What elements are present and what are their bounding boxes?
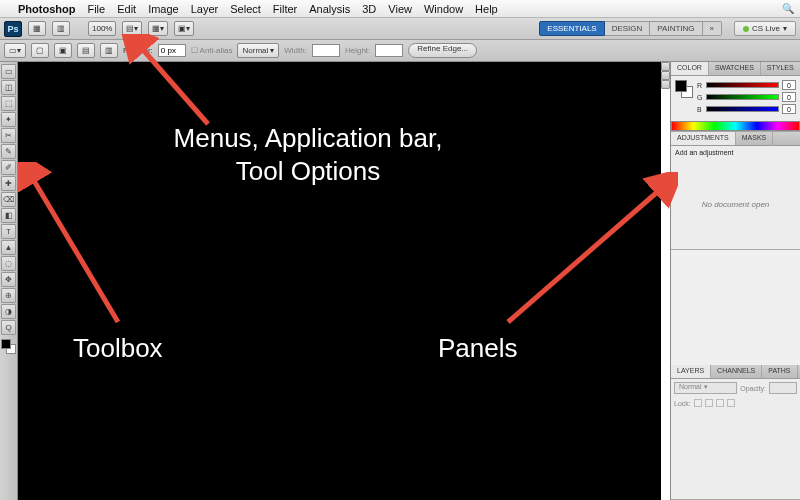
lock-transparent-icon[interactable] — [694, 399, 702, 407]
collapsed-panel-icon[interactable] — [661, 71, 670, 80]
tool-lasso[interactable]: ⬚ — [1, 96, 16, 111]
menu-filter[interactable]: Filter — [273, 3, 297, 15]
menu-edit[interactable]: Edit — [117, 3, 136, 15]
chevron-down-icon: ▾ — [783, 24, 787, 33]
lock-pixels-icon[interactable] — [705, 399, 713, 407]
spotlight-icon[interactable]: 🔍 — [782, 3, 794, 14]
tool-history-brush[interactable]: ◧ — [1, 208, 16, 223]
tool-pen[interactable]: ⊕ — [1, 288, 16, 303]
menu-file[interactable]: File — [87, 3, 105, 15]
menu-analysis[interactable]: Analysis — [309, 3, 350, 15]
workspace-design[interactable]: DESIGN — [605, 21, 651, 36]
tool-blur[interactable]: ◌ — [1, 256, 16, 271]
opacity-input[interactable] — [769, 382, 797, 394]
app-menu[interactable]: Photoshop — [18, 3, 75, 15]
style-dropdown[interactable]: Normal ▾ — [237, 43, 279, 58]
menu-help[interactable]: Help — [475, 3, 498, 15]
ps-logo-icon: Ps — [4, 21, 22, 37]
b-value[interactable]: 0 — [782, 104, 796, 114]
r-slider[interactable] — [706, 82, 779, 88]
r-value[interactable]: 0 — [782, 80, 796, 90]
color-swatches[interactable] — [1, 339, 16, 354]
arrow-icon — [18, 162, 138, 332]
blend-mode-dropdown[interactable]: Normal ▾ — [674, 382, 737, 394]
workspace-switcher: ESSENTIALS DESIGN PAINTING » — [539, 21, 722, 36]
tool-options-bar: ▭▾ ▢ ▣ ▤ ▥ Feather: ☐ Anti-alias Normal … — [0, 40, 800, 62]
arrow-icon — [498, 172, 678, 332]
menu-layer[interactable]: Layer — [191, 3, 219, 15]
tab-masks[interactable]: MASKS — [736, 132, 774, 145]
collapsed-panel-icon[interactable] — [661, 62, 670, 71]
antialias-checkbox[interactable]: ☐ Anti-alias — [191, 46, 233, 55]
panel-color-swatches[interactable] — [675, 80, 693, 98]
tab-paths[interactable]: PATHS — [762, 365, 797, 378]
bridge-button[interactable]: ▦ — [28, 21, 46, 36]
tab-styles[interactable]: STYLES — [761, 62, 800, 75]
adjustments-panel: ADJUSTMENTS MASKS Add an adjustment No d… — [671, 132, 800, 250]
foreground-color-swatch[interactable] — [1, 339, 11, 349]
screen-mode-button[interactable]: ▣▾ — [174, 21, 194, 36]
arrange-button[interactable]: ▦▾ — [148, 21, 168, 36]
toolbox: ▭ ◫ ⬚ ✦ ✂ ✎ ✐ ✚ ⌫ ◧ T ▲ ◌ ✥ ⊕ ◑ Q — [0, 62, 18, 500]
tool-type[interactable]: ◑ — [1, 304, 16, 319]
selection-mode-new[interactable]: ▢ — [31, 43, 49, 58]
selection-mode-intersect[interactable]: ▥ — [100, 43, 118, 58]
g-slider[interactable] — [706, 94, 779, 100]
workspace-painting[interactable]: PAINTING — [650, 21, 702, 36]
selection-mode-add[interactable]: ▣ — [54, 43, 72, 58]
tool-preset-picker[interactable]: ▭▾ — [4, 43, 26, 58]
b-slider[interactable] — [706, 106, 779, 112]
mac-menubar: Photoshop File Edit Image Layer Select F… — [0, 0, 800, 18]
tool-move[interactable]: ▭ — [1, 64, 16, 79]
workspace-essentials[interactable]: ESSENTIALS — [539, 21, 604, 36]
feather-input[interactable] — [158, 44, 186, 57]
cs-live-button[interactable]: CS Live ▾ — [734, 21, 796, 36]
lock-all-icon[interactable] — [727, 399, 735, 407]
adjustments-empty: No document open — [671, 159, 800, 249]
g-label: G — [697, 94, 703, 101]
tab-layers[interactable]: LAYERS — [671, 365, 711, 378]
layers-panel: LAYERS CHANNELS PATHS Normal ▾ Opacity: … — [671, 365, 800, 500]
layers-list — [671, 409, 800, 499]
workspace-more[interactable]: » — [703, 21, 722, 36]
annotation-panels: Panels — [438, 332, 518, 365]
minibridge-button[interactable]: ▥ — [52, 21, 70, 36]
tool-dodge[interactable]: ✥ — [1, 272, 16, 287]
tool-heal[interactable]: ✐ — [1, 160, 16, 175]
tool-path[interactable]: Q — [1, 320, 16, 335]
height-label: Height: — [345, 46, 370, 55]
lock-position-icon[interactable] — [716, 399, 724, 407]
svg-line-5 — [508, 187, 663, 322]
add-adjustment-label: Add an adjustment — [671, 146, 800, 159]
collapsed-panel-icon[interactable] — [661, 80, 670, 89]
menu-window[interactable]: Window — [424, 3, 463, 15]
view-extras-button[interactable]: ▤▾ — [122, 21, 142, 36]
status-dot-icon — [743, 26, 749, 32]
cs-live-label: CS Live — [752, 24, 780, 33]
selection-mode-subtract[interactable]: ▤ — [77, 43, 95, 58]
tool-marquee[interactable]: ◫ — [1, 80, 16, 95]
zoom-level[interactable]: 100% — [88, 21, 116, 36]
menu-select[interactable]: Select — [230, 3, 261, 15]
tool-eyedropper[interactable]: ✎ — [1, 144, 16, 159]
menu-3d[interactable]: 3D — [362, 3, 376, 15]
tab-channels[interactable]: CHANNELS — [711, 365, 762, 378]
tool-stamp[interactable]: ⌫ — [1, 192, 16, 207]
tool-wand[interactable]: ✦ — [1, 112, 16, 127]
canvas-area[interactable]: Menus, Application bar, Tool Options Too… — [18, 62, 661, 500]
tool-gradient[interactable]: ▲ — [1, 240, 16, 255]
annotation-toolbox: Toolbox — [73, 332, 163, 365]
application-bar: Ps ▦ ▥ 100% ▤▾ ▦▾ ▣▾ ESSENTIALS DESIGN P… — [0, 18, 800, 40]
tool-brush[interactable]: ✚ — [1, 176, 16, 191]
tool-crop[interactable]: ✂ — [1, 128, 16, 143]
refine-edge-button[interactable]: Refine Edge... — [408, 43, 477, 58]
g-value[interactable]: 0 — [782, 92, 796, 102]
color-spectrum[interactable] — [671, 121, 800, 131]
tab-adjustments[interactable]: ADJUSTMENTS — [671, 132, 736, 145]
color-panel: COLOR SWATCHES STYLES R 0 G — [671, 62, 800, 132]
tool-eraser[interactable]: T — [1, 224, 16, 239]
tab-swatches[interactable]: SWATCHES — [709, 62, 761, 75]
menu-image[interactable]: Image — [148, 3, 179, 15]
tab-color[interactable]: COLOR — [671, 62, 709, 75]
menu-view[interactable]: View — [388, 3, 412, 15]
